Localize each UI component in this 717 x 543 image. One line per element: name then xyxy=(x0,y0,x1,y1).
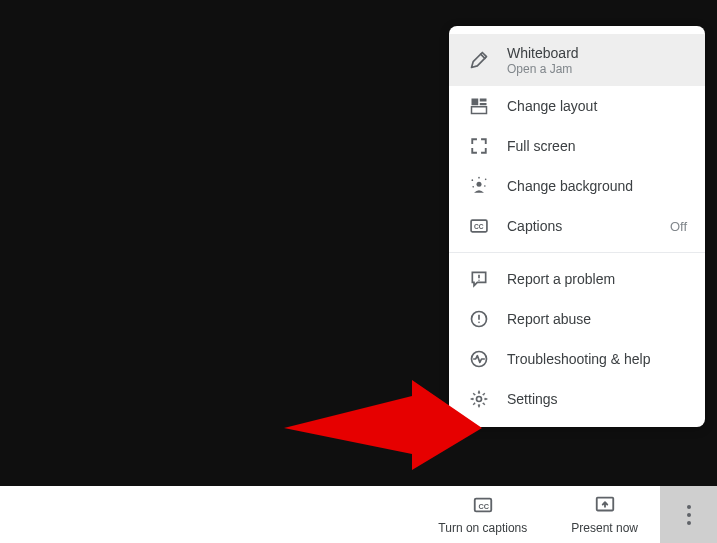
menu-item-change-layout[interactable]: Change layout xyxy=(449,86,705,126)
svg-point-11 xyxy=(472,186,474,188)
menu-item-settings[interactable]: Settings xyxy=(449,379,705,419)
svg-text:CC: CC xyxy=(474,223,484,230)
svg-point-9 xyxy=(485,179,487,181)
more-options-menu: Whiteboard Open a Jam Change layout Full… xyxy=(449,26,705,427)
menu-item-captions[interactable]: CC Captions Off xyxy=(449,206,705,246)
menu-label: Change background xyxy=(507,178,633,194)
gear-icon xyxy=(467,387,491,411)
menu-label: Change layout xyxy=(507,98,597,114)
menu-divider xyxy=(449,252,705,253)
svg-text:CC: CC xyxy=(478,502,489,511)
feedback-icon xyxy=(467,267,491,291)
report-abuse-icon xyxy=(467,307,491,331)
svg-rect-5 xyxy=(480,103,487,105)
menu-item-report-abuse[interactable]: Report abuse xyxy=(449,299,705,339)
svg-point-7 xyxy=(477,182,482,187)
menu-label: Troubleshooting & help xyxy=(507,351,650,367)
svg-point-12 xyxy=(478,177,480,179)
svg-point-19 xyxy=(478,322,480,324)
present-label: Present now xyxy=(571,521,638,535)
more-options-button[interactable] xyxy=(660,486,717,543)
menu-sublabel: Open a Jam xyxy=(507,62,687,76)
captions-label: Turn on captions xyxy=(438,521,527,535)
menu-item-whiteboard[interactable]: Whiteboard Open a Jam xyxy=(449,34,705,86)
fullscreen-icon xyxy=(467,134,491,158)
menu-item-troubleshooting[interactable]: Troubleshooting & help xyxy=(449,339,705,379)
more-vertical-icon xyxy=(687,503,691,527)
svg-point-21 xyxy=(477,397,482,402)
menu-item-full-screen[interactable]: Full screen xyxy=(449,126,705,166)
captions-status: Off xyxy=(670,219,687,234)
bottom-toolbar: CC Turn on captions Present now xyxy=(0,486,717,543)
troubleshooting-icon xyxy=(467,347,491,371)
turn-on-captions-button[interactable]: CC Turn on captions xyxy=(416,486,549,543)
present-now-button[interactable]: Present now xyxy=(549,486,660,543)
menu-label: Settings xyxy=(507,391,558,407)
svg-point-16 xyxy=(478,280,479,281)
svg-point-10 xyxy=(484,185,486,187)
svg-rect-4 xyxy=(480,99,487,102)
menu-label: Full screen xyxy=(507,138,575,154)
menu-label: Captions xyxy=(507,218,670,234)
svg-rect-6 xyxy=(472,107,487,114)
svg-rect-3 xyxy=(472,99,479,106)
layout-icon xyxy=(467,94,491,118)
svg-point-8 xyxy=(472,179,474,181)
menu-label: Report abuse xyxy=(507,311,591,327)
menu-label: Whiteboard xyxy=(507,45,687,61)
menu-item-report-problem[interactable]: Report a problem xyxy=(449,259,705,299)
menu-item-change-background[interactable]: Change background xyxy=(449,166,705,206)
menu-label: Report a problem xyxy=(507,271,615,287)
pencil-icon xyxy=(467,48,491,72)
background-effects-icon xyxy=(467,174,491,198)
cc-icon: CC xyxy=(467,214,491,238)
captions-icon: CC xyxy=(472,494,494,521)
present-icon xyxy=(594,494,616,521)
